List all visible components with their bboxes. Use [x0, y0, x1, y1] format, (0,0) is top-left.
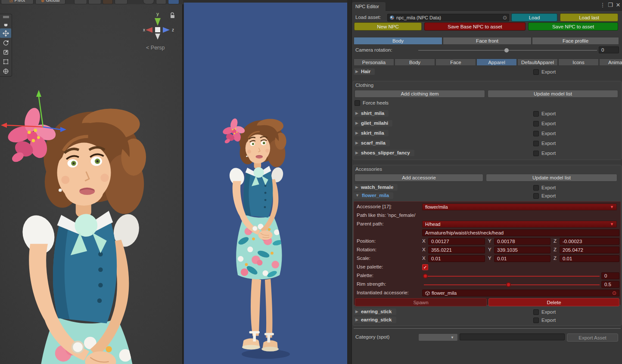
snap-grid-button[interactable]	[74, 0, 87, 4]
palette-drag-handle[interactable]	[3, 16, 9, 18]
transform-tool-button[interactable]	[0, 66, 11, 76]
global-button[interactable]: ◍ Global	[35, 0, 65, 4]
clothing-export-checkbox[interactable]	[533, 121, 539, 126]
scale-tool-button[interactable]	[0, 47, 11, 57]
new-npc-button[interactable]: New NPC	[354, 22, 422, 31]
clothing-item-foldout[interactable]: ▶ gilet_milahi	[354, 120, 392, 126]
preview-viewport[interactable]	[184, 3, 347, 364]
search-toggle-button[interactable]	[168, 0, 179, 4]
tab-icons[interactable]: Icons	[558, 59, 599, 66]
rim-strength-value[interactable]: 0.5	[601, 281, 619, 288]
load-asset-field[interactable]: npc_mila (NPC Data) ⊙	[387, 14, 509, 22]
tab-face[interactable]: Face	[435, 59, 476, 66]
clothing-item-foldout[interactable]: ▶ scarf_mila	[354, 140, 390, 146]
load-button[interactable]: Load	[511, 13, 557, 22]
palette-handle[interactable]	[423, 274, 428, 278]
scale-y-field[interactable]: 0.01	[494, 255, 550, 262]
tab-defaultapparel[interactable]: DefaultApparel	[517, 59, 558, 66]
clothing-export-checkbox[interactable]	[533, 151, 539, 156]
move-tool-button[interactable]	[0, 28, 11, 38]
tab-apparel[interactable]: Apparel	[476, 59, 517, 66]
camera-rotation-value[interactable]: 0	[599, 46, 619, 53]
accessory-item-foldout[interactable]: ▶ earring_stick	[354, 317, 396, 323]
close-button[interactable]: ✕	[615, 2, 622, 9]
tab-body[interactable]: Body	[395, 59, 435, 66]
update-clothing-list-button[interactable]: Update model list	[488, 90, 618, 98]
force-heels-checkbox[interactable]	[355, 100, 360, 106]
clothing-export-checkbox[interactable]	[533, 131, 539, 136]
export-asset-button[interactable]: Export Asset	[567, 333, 618, 342]
accessory-item-foldout[interactable]: ▶ earring_stick	[354, 308, 396, 315]
scale-x-field[interactable]: 0.01	[428, 255, 485, 262]
hand-tool-button[interactable]	[0, 19, 11, 28]
npc-editor-tab[interactable]: NPC Editor	[352, 2, 386, 11]
tab-body-view[interactable]: Body	[354, 37, 442, 45]
accessory-export-checkbox[interactable]	[533, 185, 539, 191]
position-x-field[interactable]: 0.00127	[428, 238, 485, 245]
clothing-export-checkbox[interactable]	[533, 141, 539, 146]
camera-settings-button[interactable]	[143, 0, 154, 4]
scene-viewport[interactable]: y x z < Persp	[0, 4, 183, 364]
gizmos-button[interactable]	[156, 0, 166, 4]
lock-icon[interactable]	[169, 12, 175, 19]
position-y-field[interactable]: 0.00178	[494, 238, 550, 245]
clothing-item-foldout[interactable]: ▶ skirt_mila	[354, 130, 389, 136]
persp-label[interactable]: < Persp	[146, 45, 165, 51]
spawn-button[interactable]: Spawn	[355, 298, 487, 306]
accessory-item-foldout[interactable]: ▶ watch_female	[354, 184, 398, 191]
maximize-button[interactable]: ❒	[607, 2, 614, 9]
category-name-field[interactable]	[460, 333, 565, 340]
clothing-item-foldout[interactable]: ▶ shirt_mila	[354, 110, 389, 117]
pivot-button[interactable]: ◳ Pivot	[1, 0, 34, 4]
update-accessory-list-button[interactable]: Update model list	[486, 174, 617, 182]
rect-tool-button[interactable]	[0, 57, 11, 66]
tab-face-front[interactable]: Face front	[443, 37, 532, 45]
hair-foldout[interactable]: ▶ Hair	[354, 68, 375, 75]
accessorie-dropdown[interactable]: flower/mila ▼	[422, 204, 617, 210]
camera-rotation-slider[interactable]	[418, 50, 597, 51]
save-base-npc-button[interactable]: Save Base NPC to asset	[424, 22, 526, 31]
accessory-export-checkbox[interactable]	[533, 318, 539, 323]
tab-face-profile[interactable]: Face profile	[532, 37, 619, 45]
rotation-z-field[interactable]: 205.0472	[560, 247, 619, 253]
snap-rotate-button[interactable]	[103, 0, 113, 4]
move-gizmo[interactable]	[0, 84, 69, 136]
add-clothing-button[interactable]: Add clothing item	[355, 90, 485, 98]
object-picker-icon[interactable]: ⊙	[612, 290, 616, 296]
category-dropdown[interactable]: ▼	[418, 333, 458, 341]
grid-visibility-button[interactable]	[115, 0, 128, 4]
tab-animation[interactable]: Anima	[599, 59, 622, 66]
accessory-export-checkbox[interactable]	[533, 309, 539, 315]
clothing-export-checkbox[interactable]	[533, 111, 539, 117]
rim-strength-slider[interactable]	[424, 284, 600, 285]
use-palette-checkbox[interactable]: ✓	[422, 264, 428, 270]
parent-path-dropdown[interactable]: H/head ▼	[422, 221, 617, 228]
instantiated-label: Instantiated accessorie:	[357, 290, 409, 295]
clothing-item-foldout[interactable]: ▶ shoes_slipper_fancy	[354, 150, 414, 156]
scale-z-field[interactable]: 0.01	[560, 255, 619, 262]
snap-increment-button[interactable]	[88, 0, 101, 4]
panel-menu-button[interactable]: ⋮	[599, 2, 606, 9]
scriptable-object-icon	[389, 15, 395, 20]
accessory-item-foldout-expanded[interactable]: ▼ flower_mila	[354, 192, 393, 199]
rotate-tool-button[interactable]	[0, 38, 11, 47]
instantiated-accessory-field[interactable]: flower_mila ⊙	[422, 290, 619, 296]
add-accessory-button[interactable]: Add accessorie	[355, 174, 483, 182]
palette-value[interactable]: 0	[601, 272, 619, 279]
load-last-button[interactable]: Load last	[560, 13, 618, 22]
scale-label: Scale:	[357, 256, 370, 261]
accessory-export-checkbox[interactable]	[533, 193, 539, 199]
position-z-field[interactable]: -0.00023	[560, 238, 619, 245]
rotation-y-field[interactable]: 339.1035	[494, 247, 550, 253]
rotation-x-field[interactable]: 355.0221	[428, 247, 485, 253]
delete-button[interactable]: Delete	[488, 298, 619, 306]
tab-personalia[interactable]: Personalia	[354, 59, 394, 66]
armature-path-field[interactable]: Armature/hip/waist/chest/neck/head	[422, 229, 619, 236]
save-npc-button[interactable]: Save NPC to asset	[528, 22, 618, 31]
palette-slider[interactable]	[424, 276, 600, 277]
hair-export-checkbox[interactable]	[533, 69, 539, 75]
rim-strength-handle[interactable]	[506, 282, 511, 287]
object-picker-icon[interactable]: ⊙	[503, 15, 507, 20]
camera-rotation-label: Camera rotation:	[355, 47, 392, 52]
camera-rotation-handle[interactable]	[504, 48, 509, 52]
